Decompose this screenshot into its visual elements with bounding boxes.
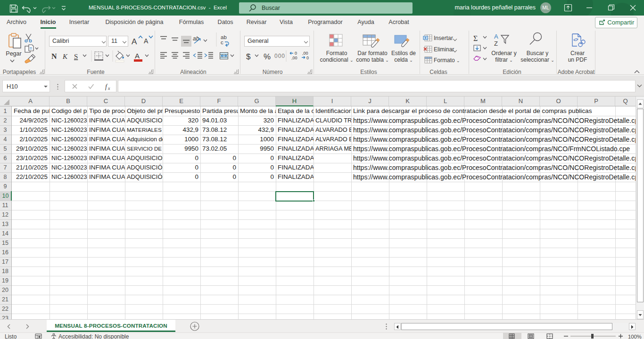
svg-text:Σ: Σ xyxy=(473,34,478,42)
svg-text:0: 0 xyxy=(306,56,309,60)
svg-text:,00: ,00 xyxy=(302,51,308,56)
svg-text:000: 000 xyxy=(274,53,285,59)
svg-text:%: % xyxy=(264,52,271,61)
svg-text:c: c xyxy=(221,40,223,45)
svg-text:S: S xyxy=(74,53,78,60)
svg-text:A: A xyxy=(494,33,498,40)
svg-text:A: A xyxy=(144,37,149,45)
svg-text:K: K xyxy=(62,53,68,60)
svg-text:N: N xyxy=(51,52,57,60)
svg-text:$: $ xyxy=(246,52,251,61)
svg-text:Z: Z xyxy=(494,40,498,47)
svg-text:0: 0 xyxy=(295,51,297,56)
svg-text:,00: ,00 xyxy=(291,56,297,60)
svg-text:A: A xyxy=(132,37,137,46)
svg-text:x: x xyxy=(107,86,110,91)
svg-text:A: A xyxy=(135,52,140,60)
